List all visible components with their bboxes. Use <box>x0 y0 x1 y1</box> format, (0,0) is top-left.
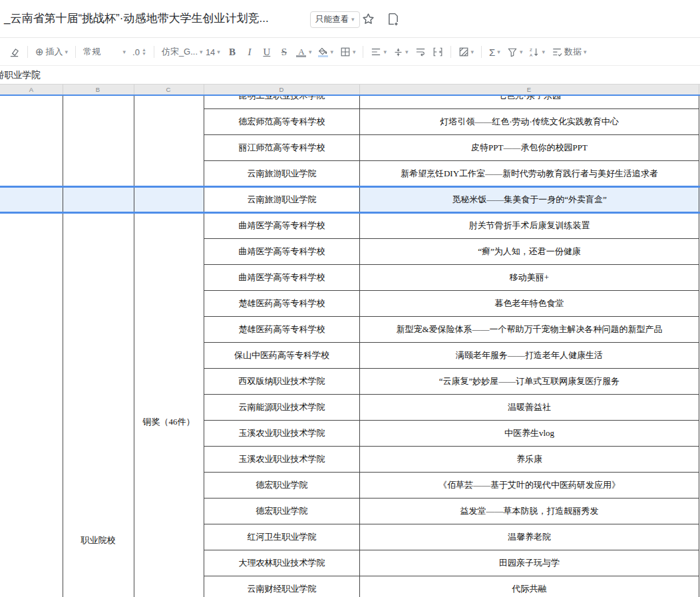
cell-school[interactable]: 云南能源职业技术学院 <box>204 395 359 420</box>
number-format-select[interactable]: 常规 ▾ <box>80 43 129 61</box>
cell-school[interactable]: 德宏职业学院 <box>204 473 359 498</box>
table-row[interactable]: 德宏职业学院 益发堂——草本防脱，打造靓丽秀发 <box>204 498 699 524</box>
chevron-down-icon: ▾ <box>351 17 355 23</box>
cell-project[interactable]: 移动美丽+ <box>360 265 699 290</box>
table-row[interactable]: 红河卫生职业学院 温馨养老院 <box>204 524 699 550</box>
cell-project[interactable]: 益发堂——草本防脱，打造靓丽秀发 <box>360 498 699 524</box>
sort-button[interactable]: Z A ▾ <box>526 45 548 60</box>
fill-color-button[interactable]: ▾ <box>315 45 337 60</box>
wrap-text-button[interactable] <box>412 45 429 59</box>
cell-school[interactable]: 云南旅游职业学院 <box>204 161 359 186</box>
merged-cell-category[interactable]: 职业院校 <box>63 527 133 553</box>
table-row[interactable]: 玉溪农业职业技术学院 中医养生vlog <box>204 421 699 447</box>
table-row[interactable]: 玉溪农业职业技术学院 养乐康 <box>204 447 699 473</box>
borders-button[interactable]: ▾ <box>337 44 359 60</box>
table-row[interactable]: 云南能源职业技术学院 温暖善益社 <box>204 395 699 421</box>
cell-school[interactable]: 大理农林职业技术学院 <box>204 550 359 576</box>
cell-school[interactable]: 西双版纳职业技术学院 <box>204 369 359 394</box>
table-row[interactable]: 德宏职业学院 《佰草芸——基于艾叶的现代中医药研发应用》 <box>204 473 699 498</box>
strikethrough-button[interactable]: S <box>275 44 293 61</box>
column-header-d[interactable]: D <box>279 86 284 93</box>
clear-format-button[interactable] <box>5 44 23 61</box>
cell-school[interactable]: 德宏师范高等专科学校 <box>204 109 359 134</box>
cell-school[interactable]: 昆明工业职业技术学院 <box>204 96 359 108</box>
cell-school[interactable]: 云南财经职业学院 <box>204 576 359 597</box>
cell-school[interactable]: 曲靖医学高等专科学校 <box>204 213 359 238</box>
table-row[interactable]: 云南财经职业学院 代际共融 <box>204 576 699 597</box>
cell-school[interactable]: 玉溪农业职业技术学院 <box>204 447 359 472</box>
divider <box>363 46 363 58</box>
cell-project[interactable]: 满颐老年服务——打造老年人健康生活 <box>360 343 699 368</box>
formula-bar[interactable]: 游职业学院 <box>0 67 700 84</box>
merge-cells-button[interactable] <box>429 44 446 60</box>
cell-project[interactable]: 皮特PPT——承包你的校园PPT <box>360 135 699 160</box>
cell-project[interactable]: 觅秘米饭——集美食于一身的“外卖盲盒” <box>360 187 699 212</box>
font-size-select[interactable]: 14 ▾ <box>202 45 224 60</box>
view-mode-button[interactable]: 只能查看 ▾ <box>310 11 360 28</box>
align-horizontal-button[interactable]: ▾ <box>367 45 390 59</box>
cell-project[interactable]: 温馨养老院 <box>360 524 699 550</box>
table-row[interactable]: 丽江师范高等专科学校 皮特PPT——承包你的校园PPT <box>204 135 699 161</box>
column-header-strip[interactable]: A B C D E <box>0 84 700 95</box>
table-row[interactable]: 德宏师范高等专科学校 灯塔引领——红色·劳动·传统文化实践教育中心 <box>204 109 699 135</box>
cell-project[interactable]: 中医养生vlog <box>360 421 699 446</box>
cell-school[interactable]: 曲靖医学高等专科学校 <box>204 239 359 264</box>
cell-school[interactable]: 云南旅游职业学院 <box>204 187 359 212</box>
cell-project[interactable]: “云康复”妙妙屋——订单式互联网康复医疗服务 <box>360 369 699 394</box>
bold-button[interactable]: B <box>224 44 241 61</box>
sum-button[interactable]: Σ ▾ <box>486 44 504 61</box>
table-row[interactable]: 云南旅游职业学院 新希望烹饪DIY工作室——新时代劳动教育践行者与美好生活追求者 <box>204 161 699 187</box>
table-row[interactable]: 楚雄医药高等专科学校 暮色老年特色食堂 <box>204 291 699 317</box>
chevron-down-icon: ▾ <box>405 49 409 55</box>
cell-project[interactable]: 新型宠&爱保险体系——一个帮助万千宠物主解决各种问题的新型产品 <box>360 317 699 342</box>
cell-project[interactable]: 灯塔引领——红色·劳动·传统文化实践教育中心 <box>360 109 699 134</box>
cell-project[interactable]: 暮色老年特色食堂 <box>360 291 699 316</box>
cell-project[interactable]: 《佰草芸——基于艾叶的现代中医药研发应用》 <box>360 473 699 498</box>
table-row-selected[interactable]: 云南旅游职业学院 觅秘米饭——集美食于一身的“外卖盲盒” <box>204 187 699 213</box>
table-row[interactable]: 曲靖医学高等专科学校 肘关节骨折手术后康复训练装置 <box>204 213 699 239</box>
cell-project[interactable]: 温暖善益社 <box>360 395 699 420</box>
cell-project[interactable]: “癣”为人知，还君一份健康 <box>360 239 699 264</box>
cell-project[interactable]: 新希望烹饪DIY工作室——新时代劳动教育践行者与美好生活追求者 <box>360 161 699 186</box>
underline-button[interactable]: U <box>258 44 275 61</box>
cell-school[interactable]: 曲靖医学高等专科学校 <box>204 265 359 290</box>
cell-project[interactable]: 七色光·亲子乐园 <box>360 96 699 108</box>
chevron-down-icon: ▾ <box>584 49 587 55</box>
column-header-c[interactable]: C <box>166 86 171 93</box>
table-row[interactable]: 曲靖医学高等专科学校 “癣”为人知，还君一份健康 <box>204 239 699 265</box>
cell-style-button[interactable]: ▾ <box>455 44 478 60</box>
italic-button[interactable]: I <box>241 44 258 61</box>
star-favorite-icon[interactable] <box>361 12 375 29</box>
table-row[interactable]: 西双版纳职业技术学院 “云康复”妙妙屋——订单式互联网康复医疗服务 <box>204 369 699 395</box>
cell-project[interactable]: 养乐康 <box>360 447 699 472</box>
cell-project[interactable]: 肘关节骨折手术后康复训练装置 <box>360 213 699 238</box>
cell-school[interactable]: 德宏职业学院 <box>204 498 359 524</box>
cell-project[interactable]: 代际共融 <box>360 576 699 597</box>
new-document-icon[interactable] <box>387 12 400 29</box>
insert-button[interactable]: ⊕ 插入 ▾ <box>32 43 71 61</box>
cell-project[interactable]: 田园亲子玩与学 <box>360 550 699 576</box>
merged-cell-award[interactable]: 铜奖（46件） <box>134 409 203 435</box>
table-row[interactable]: 昆明工业职业技术学院 七色光·亲子乐园 <box>204 96 699 109</box>
table-row[interactable]: 大理农林职业技术学院 田园亲子玩与学 <box>204 550 699 576</box>
decimal-stepper[interactable]: .0 ▲▼ <box>129 45 150 60</box>
column-header-e[interactable]: E <box>527 86 531 93</box>
cell-school[interactable]: 保山中医药高等专科学校 <box>204 343 359 368</box>
font-family-select[interactable]: 仿宋_G... ▾ <box>158 43 202 61</box>
font-color-button[interactable]: A ▾ <box>293 45 315 60</box>
column-header-b[interactable]: B <box>96 86 100 93</box>
column-header-a[interactable]: A <box>29 86 33 93</box>
align-vertical-button[interactable]: ▾ <box>390 45 412 60</box>
cell-school[interactable]: 丽江师范高等专科学校 <box>204 135 359 160</box>
cell-school[interactable]: 玉溪农业职业技术学院 <box>204 421 359 446</box>
spreadsheet-grid[interactable]: 职业院校 铜奖（46件） 昆明工业职业技术学院 七色光·亲子乐园 德宏师范高等专… <box>0 96 700 597</box>
data-button[interactable]: 数据 ▾ <box>548 43 590 61</box>
cell-school[interactable]: 红河卫生职业学院 <box>204 524 359 550</box>
table-row[interactable]: 楚雄医药高等专科学校 新型宠&爱保险体系——一个帮助万千宠物主解决各种问题的新型… <box>204 317 699 343</box>
filter-button[interactable]: ▾ <box>504 45 526 60</box>
cell-school[interactable]: 楚雄医药高等专科学校 <box>204 291 359 316</box>
table-row[interactable]: 曲靖医学高等专科学校 移动美丽+ <box>204 265 699 291</box>
table-row[interactable]: 保山中医药高等专科学校 满颐老年服务——打造老年人健康生活 <box>204 343 699 369</box>
cell-school[interactable]: 楚雄医药高等专科学校 <box>204 317 359 342</box>
grid-vline <box>699 96 699 597</box>
